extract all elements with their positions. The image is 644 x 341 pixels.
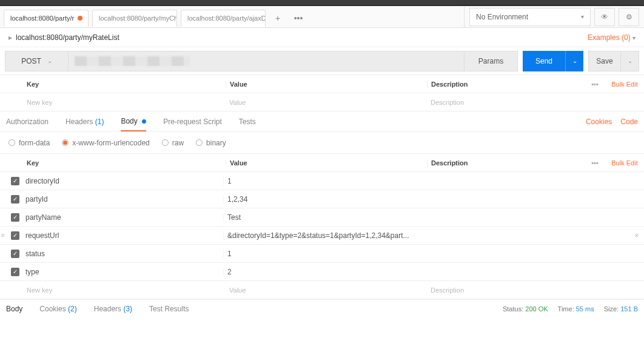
examples-link[interactable]: Examples (0) ▾: [588, 33, 636, 42]
url-blurred-content: [75, 56, 190, 66]
chevron-down-icon: ⌄: [572, 58, 577, 64]
cookies-link[interactable]: Cookies: [586, 118, 612, 126]
table-row[interactable]: partyNameTest: [0, 208, 644, 227]
tab-body[interactable]: Body: [121, 112, 146, 131]
row-key[interactable]: partyName: [24, 213, 223, 222]
col-key: Key: [24, 159, 226, 167]
new-key-input[interactable]: New key: [24, 286, 226, 294]
environment-selected: No Environment: [476, 13, 528, 21]
body-header: Key Value Description ••• Bulk Edit: [0, 154, 644, 172]
body-bulk-edit-button[interactable]: Bulk Edit: [605, 159, 644, 167]
time-label: Time: 55 ms: [558, 305, 594, 313]
radio-urlencoded[interactable]: x-www-form-urlencoded: [62, 139, 149, 147]
checkbox[interactable]: [11, 268, 19, 276]
row-value[interactable]: 1,2,34: [223, 195, 424, 204]
unsaved-dot-icon: [78, 16, 82, 21]
checkbox[interactable]: [11, 231, 19, 240]
row-key[interactable]: type: [24, 268, 223, 276]
row-key[interactable]: partyId: [24, 195, 223, 204]
request-title: localhost:8080/party/myRateList: [16, 33, 119, 42]
table-row[interactable]: ≡requestUrl&directoryId=1&type=2&status=…: [0, 227, 644, 245]
new-desc-input[interactable]: Description: [427, 99, 585, 106]
tab-request-1[interactable]: localhost:8080/party/myCha: [92, 10, 177, 27]
row-key[interactable]: directoryId: [24, 177, 223, 185]
col-description: Description: [427, 81, 585, 88]
gear-icon: ⚙: [626, 13, 632, 21]
params-bulk-edit-button[interactable]: Bulk Edit: [605, 81, 644, 88]
row-value[interactable]: 1: [223, 250, 424, 258]
request-tabs: Authorization Headers (1) Body Pre-reque…: [0, 111, 644, 132]
col-value: Value: [226, 81, 427, 88]
body-active-dot-icon: [142, 119, 146, 124]
params-button[interactable]: Params: [465, 51, 518, 71]
send-dropdown-button[interactable]: ⌄: [565, 51, 583, 71]
new-value-input[interactable]: Value: [226, 99, 427, 106]
size-label: Size: 151 B: [604, 305, 638, 313]
new-value-input[interactable]: Value: [226, 286, 427, 294]
eye-icon: 👁: [601, 13, 608, 21]
status-label: Status: 200 OK: [503, 305, 548, 313]
table-row[interactable]: status1: [0, 245, 644, 263]
resp-tab-tests[interactable]: Test Results: [149, 305, 189, 313]
body-new-row[interactable]: New key Value Description: [0, 281, 644, 299]
radio-binary[interactable]: binary: [196, 139, 226, 147]
checkbox[interactable]: [11, 177, 19, 185]
new-desc-input[interactable]: Description: [427, 286, 585, 294]
body-more-button[interactable]: •••: [585, 159, 605, 167]
checkbox[interactable]: [11, 213, 19, 222]
request-title-row: ▸ localhost:8080/party/myRateList Exampl…: [0, 28, 644, 47]
tab-label: localhost:8080/party/myCha: [99, 15, 177, 22]
row-value[interactable]: 2: [223, 268, 424, 276]
row-key[interactable]: requestUrl: [24, 231, 223, 240]
tab-request-2[interactable]: localhost:8080/party/ajaxDe: [181, 10, 266, 27]
environment-quicklook-button[interactable]: 👁: [594, 8, 615, 26]
body-type-radios: form-data x-www-form-urlencoded raw bina…: [0, 132, 644, 154]
url-input[interactable]: [68, 51, 465, 71]
save-dropdown-button[interactable]: ⌄: [621, 51, 639, 71]
params-header: Key Value Description ••• Bulk Edit: [0, 75, 644, 93]
response-tabs: Body Cookies (2) Headers (3) Test Result…: [0, 299, 644, 317]
row-value[interactable]: 1: [223, 177, 424, 185]
radio-form-data[interactable]: form-data: [8, 139, 50, 147]
environment-select[interactable]: No Environment ▾: [469, 8, 591, 26]
row-value[interactable]: &directoryId=1&type=2&status=1&partyId=1…: [223, 231, 424, 240]
row-key[interactable]: status: [24, 250, 223, 258]
table-row[interactable]: type2: [0, 263, 644, 281]
caret-down-icon: ▾: [632, 35, 636, 41]
row-value[interactable]: Test: [223, 213, 424, 222]
drag-handle-icon[interactable]: ≡: [0, 232, 6, 239]
code-link[interactable]: Code: [620, 118, 638, 126]
settings-button[interactable]: ⚙: [619, 8, 639, 26]
chevron-down-icon: ⌄: [47, 58, 52, 64]
caret-right-icon: ▸: [8, 33, 12, 42]
environment-area: No Environment ▾ 👁 ⚙: [464, 6, 644, 28]
send-button[interactable]: Send: [523, 51, 565, 71]
add-tab-button[interactable]: +: [269, 10, 286, 27]
resp-tab-body[interactable]: Body: [6, 305, 22, 313]
radio-raw[interactable]: raw: [162, 139, 184, 147]
new-key-input[interactable]: New key: [24, 99, 226, 106]
save-button[interactable]: Save: [588, 51, 621, 71]
tabs-row: localhost:8080/party/r localhost:8080/pa…: [0, 6, 644, 28]
params-more-button[interactable]: •••: [585, 81, 605, 88]
params-new-row[interactable]: New key Value Description: [0, 93, 644, 111]
method-select[interactable]: POST ⌄: [5, 51, 68, 71]
tab-label: localhost:8080/party/ajaxDe: [187, 15, 266, 22]
method-label: POST: [21, 57, 41, 65]
tab-overflow-button[interactable]: •••: [290, 10, 307, 27]
tab-request-0[interactable]: localhost:8080/party/r: [4, 10, 89, 27]
tab-tests[interactable]: Tests: [239, 113, 256, 131]
checkbox[interactable]: [11, 250, 19, 258]
table-row[interactable]: partyId1,2,34: [0, 190, 644, 208]
tab-label: localhost:8080/party/r: [10, 15, 74, 22]
chevron-down-icon: ▾: [581, 13, 584, 20]
checkbox[interactable]: [11, 195, 19, 204]
tab-authorization[interactable]: Authorization: [6, 113, 49, 131]
tab-headers[interactable]: Headers (1): [65, 113, 104, 131]
tab-prerequest[interactable]: Pre-request Script: [163, 113, 222, 131]
resp-tab-cookies[interactable]: Cookies (2): [39, 305, 76, 313]
resp-tab-headers[interactable]: Headers (3): [94, 305, 132, 313]
delete-row-button[interactable]: ×: [629, 231, 644, 240]
table-row[interactable]: directoryId1: [0, 172, 644, 190]
col-description: Description: [427, 159, 585, 167]
